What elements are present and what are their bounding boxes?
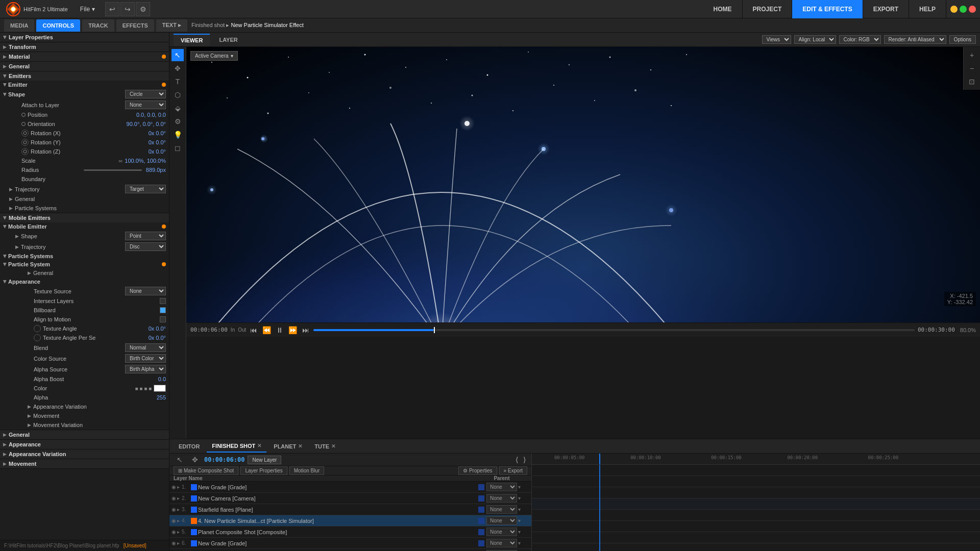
nav-home[interactable]: HOME [703,0,743,18]
timeline-tab-tute[interactable]: TUTE ✕ [309,440,340,453]
go-to-end-btn[interactable]: ⏭ [301,326,310,334]
step-forward-btn[interactable]: ⏩ [287,326,298,334]
slider-radius[interactable] [84,169,142,171]
group-header-material[interactable]: ▶ Material [0,52,169,61]
group-header-transform[interactable]: ▶ Transform [0,42,169,52]
tl-forward-btn[interactable]: ⟩ [522,456,527,464]
subgroup-appearance[interactable]: ▶ Appearance [0,278,169,286]
playhead-handle[interactable] [434,327,435,333]
camera-tool[interactable]: ⚙ [172,115,184,128]
attach-layer-dropdown[interactable]: None [125,101,166,109]
make-composite-btn[interactable]: ⊞ Make Composite Shot [174,466,238,475]
keyframe-btn[interactable] [21,113,26,117]
tab-track[interactable]: TRACK [82,19,114,32]
play-btn[interactable]: ⏸ [275,326,284,334]
layer-visibility-icon[interactable]: ◉ [172,518,176,523]
subgroup-mobile-emitter[interactable]: ▶ Mobile Emitter [0,222,169,231]
fit-btn[interactable]: ⊡ [966,76,978,88]
new-layer-btn[interactable]: New Layer [248,456,281,464]
subgroup-mobile-particle-systems[interactable]: ▶ Particle Systems [0,252,169,260]
tab-close-icon[interactable]: ✕ [331,443,335,449]
group-header-mobile-emitters[interactable]: ▶ Mobile Emitters [0,213,169,222]
parent-select[interactable]: None [486,483,517,491]
parent-select[interactable]: None [486,528,517,536]
layer-audio-icon[interactable]: ▸ [177,518,180,523]
billboard-checkbox[interactable] [160,307,166,313]
viewer-tab-layer[interactable]: LAYER [212,34,244,46]
views-select[interactable]: Views [762,35,791,44]
nav-export[interactable]: EXPORT [863,0,909,18]
tl-back-btn[interactable]: ⟨ [514,456,520,464]
parent-select[interactable]: None [486,494,517,503]
redo-button[interactable]: ↪ [120,2,135,16]
group-header-appearance-variation[interactable]: ▶ Appearance Variation [0,449,169,459]
subgroup-shape[interactable]: ▶ Shape Circle [0,89,169,99]
parent-select[interactable]: None [486,539,517,547]
parent-select[interactable]: None [486,516,517,525]
trajectory-dropdown[interactable]: Target [125,185,166,193]
tab-media[interactable]: MEDIA [4,19,34,32]
tl-select-btn[interactable]: ↖ [174,454,186,466]
keyframe-btn-z[interactable] [21,148,29,155]
group-header-general-bottom[interactable]: ▶ General [0,430,169,439]
layer-visibility-icon[interactable]: ◉ [172,507,176,512]
keyframe-btn[interactable] [34,325,41,332]
properties-btn[interactable]: ⚙ Properties [458,466,497,475]
group-header-appearance-bottom[interactable]: ▶ Appearance [0,440,169,449]
layer-visibility-icon[interactable]: ◉ [172,495,176,501]
intersect-layers-checkbox[interactable] [160,298,166,304]
layer-audio-icon[interactable]: ▸ [177,540,180,546]
options-button[interactable]: Options [949,35,976,44]
mobile-trajectory-dropdown[interactable]: Disc [125,242,166,251]
timeline-tab-finished-shot[interactable]: FINISHED SHOT ✕ [207,440,266,453]
timeline-tab-editor[interactable]: EDITOR [174,440,205,453]
layer-audio-icon[interactable]: ▸ [177,507,180,512]
shape-dropdown[interactable]: Circle [125,90,166,98]
viewer-tab-viewer[interactable]: VIEWER [174,34,210,46]
plane-tool[interactable]: ◻ [172,142,184,154]
align-to-motion-checkbox[interactable] [160,316,166,322]
keyframe-btn-x[interactable] [21,130,29,137]
motion-blur-btn[interactable]: Motion Blur [289,466,325,475]
file-menu[interactable]: File ▾ [74,6,101,13]
tab-text[interactable]: TEXT ▸ [156,19,187,32]
group-header-general[interactable]: ▶ General [0,62,169,71]
group-header-layer-properties[interactable]: ▶ Layer Properties [0,33,169,42]
layer-audio-icon[interactable]: ▸ [177,495,180,501]
move-tool[interactable]: ✥ [172,62,184,74]
go-to-start-btn[interactable]: ⏮ [249,326,258,334]
tab-effects[interactable]: EFFECTS [116,19,154,32]
subgroup-particle-system[interactable]: ▶ Particle System [0,260,169,268]
export-btn[interactable]: » Export [499,466,527,475]
tl-hand-btn[interactable]: ✥ [189,454,201,466]
layer-visibility-icon[interactable]: ◉ [172,540,176,546]
layer-visibility-icon[interactable]: ◉ [172,529,176,535]
nav-project[interactable]: PROJECT [743,0,793,18]
alpha-source-dropdown[interactable]: Birth Alpha [125,365,166,373]
active-camera-button[interactable]: Active Camera ▾ [190,51,238,61]
tab-close-icon[interactable]: ✕ [298,443,302,449]
color-select[interactable]: Color: RGB [839,35,881,44]
keyframe-btn-y[interactable] [21,139,29,146]
window-close[interactable] [969,6,976,13]
tab-controls[interactable]: CONTROLS [36,19,80,32]
blend-dropdown[interactable]: Normal [125,343,166,352]
timeline-scrubber[interactable] [313,329,915,331]
undo-button[interactable]: ↩ [105,2,119,16]
render-select[interactable]: Render: Anti Aliased [884,35,946,44]
3d-tool[interactable]: ⬙ [172,102,184,114]
align-select[interactable]: Align: Local [794,35,836,44]
color-picker-btn[interactable] [154,385,166,392]
layer-properties-btn[interactable]: Layer Properties [240,466,287,475]
texture-source-dropdown[interactable]: None [125,287,166,295]
nav-edit-effects[interactable]: EDIT & EFFECTS [792,0,863,18]
color-source-dropdown[interactable]: Birth Color [125,354,166,363]
window-maximize[interactable] [960,6,967,13]
zoom-out-btn[interactable]: − [966,62,978,74]
nav-help[interactable]: HELP [909,0,946,18]
keyframe-btn[interactable] [34,334,41,341]
step-back-btn[interactable]: ⏪ [261,326,272,334]
tab-close-icon[interactable]: ✕ [257,443,261,448]
select-tool[interactable]: ↖ [172,49,184,61]
window-minimize[interactable] [950,6,958,13]
